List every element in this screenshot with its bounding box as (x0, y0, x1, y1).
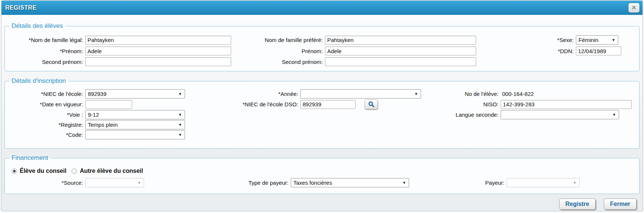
chevron-down-icon: ▼ (178, 113, 182, 117)
registre-button[interactable]: Registre (559, 199, 596, 210)
second-language-label: Langue seconde: (425, 112, 501, 118)
student-no-value: 000-164-822 (501, 91, 534, 97)
form-row: Second prénom: Second prénom: (5, 57, 639, 66)
student-no-label: No de l'élève: (425, 91, 501, 97)
legal-middle-name-input[interactable] (85, 57, 231, 66)
chevron-down-icon: ▼ (178, 92, 182, 96)
form-row: *Prénom: Prénom: *DDN: (5, 46, 639, 55)
second-language-select[interactable]: ▼ (501, 110, 619, 119)
dob-label: *DDN: (476, 48, 576, 54)
source-label: *Source: (5, 180, 85, 186)
register-select-value: Temps plein (88, 122, 118, 128)
school-niec-label: *NIEC de l'école: (5, 91, 85, 97)
legal-first-name-input[interactable] (85, 46, 231, 55)
form-row: *Code: ▼ (5, 130, 639, 139)
preferred-last-name-label: Nom de famille préféré: (231, 37, 325, 43)
form-row: *Date en vigueur: *NIEC de l'école DSO: … (5, 99, 639, 109)
effective-date-input[interactable] (85, 100, 132, 109)
dso-school-search-button[interactable] (364, 99, 378, 109)
form-row: *Registre: Temps plein ▼ (5, 120, 639, 129)
radio-board-student-label: Élève du conseil (20, 168, 66, 174)
section-student-details: Détails des élèves *Nom de famille légal… (4, 22, 640, 71)
preferred-middle-name-input[interactable] (325, 57, 476, 66)
legal-middle-name-label: Second prénom: (5, 59, 85, 65)
form-row: *Voie : 9-12 ▼ Langue seconde: ▼ (5, 110, 639, 119)
chevron-down-icon: ▼ (573, 181, 577, 185)
track-select[interactable]: 9-12 ▼ (85, 110, 185, 119)
payer-label: Payeur: (411, 180, 507, 186)
register-select[interactable]: Temps plein ▼ (85, 120, 185, 129)
track-label: *Voie : (5, 112, 85, 118)
sex-select[interactable]: Féminin ▼ (576, 35, 618, 45)
school-niec-select-value: 892939 (88, 91, 106, 97)
form-row: *Source: ▼ Type de payeur: Taxes foncièr… (5, 178, 639, 187)
chevron-down-icon: ▼ (402, 181, 406, 185)
funding-radio-group: Élève du conseil Autre élève du conseil (5, 168, 639, 174)
code-label: *Code: (5, 132, 85, 138)
footer: Registre Fermer (1, 194, 643, 212)
niso-label: NISO: (425, 101, 501, 107)
chevron-down-icon: ▼ (414, 92, 418, 96)
radio-other-board-student[interactable]: Autre élève du conseil (71, 168, 143, 174)
window-title: REGISTRE (5, 4, 36, 11)
legal-last-name-input[interactable] (85, 36, 231, 45)
dso-school-niec-input[interactable] (300, 100, 356, 109)
radio-board-student[interactable]: Élève du conseil (12, 168, 66, 174)
payer-type-select-value: Taxes foncières (293, 180, 332, 186)
form-row: *NIEC de l'école: 892939 ▼ *Année: ▼ No … (5, 89, 639, 99)
niso-input[interactable] (501, 100, 632, 109)
close-icon: ✕ (631, 5, 636, 11)
legal-last-name-label: *Nom de famille légal: (5, 37, 85, 43)
source-select[interactable]: ▼ (85, 178, 144, 187)
search-icon (368, 101, 374, 107)
payer-select[interactable]: ▼ (507, 178, 580, 187)
section-enrollment-details: Détails d'inscription *NIEC de l'école: … (4, 77, 640, 149)
sex-label: *Sexe: (476, 37, 576, 43)
preferred-last-name-input[interactable] (325, 36, 476, 45)
section-title-enrollment: Détails d'inscription (9, 77, 68, 85)
section-funding: Financement Élève du conseil Autre élève… (4, 154, 640, 194)
sex-select-value: Féminin (578, 37, 598, 43)
radio-selected-icon (12, 168, 17, 174)
radio-unselected-icon (71, 168, 77, 174)
preferred-first-name-input[interactable] (325, 46, 476, 55)
dob-input[interactable] (576, 46, 621, 55)
year-label: *Année: (186, 91, 300, 97)
fermer-button[interactable]: Fermer (604, 199, 637, 210)
section-title-funding: Financement (9, 154, 50, 162)
registre-dialog: REGISTRE ✕ Détails des élèves *Nom de fa… (1, 0, 643, 212)
code-select[interactable]: ▼ (85, 130, 185, 139)
preferred-middle-name-label: Second prénom: (231, 59, 325, 65)
school-niec-select[interactable]: 892939 ▼ (85, 89, 185, 99)
dialog-content: Détails des élèves *Nom de famille légal… (1, 15, 643, 194)
track-select-value: 9-12 (88, 112, 99, 118)
close-button[interactable]: ✕ (628, 3, 640, 13)
radio-other-board-student-label: Autre élève du conseil (80, 168, 143, 174)
titlebar: REGISTRE ✕ (1, 1, 643, 15)
legal-first-name-label: *Prénom: (5, 48, 85, 54)
chevron-down-icon: ▼ (612, 38, 615, 42)
preferred-first-name-label: Prénom: (231, 48, 325, 54)
chevron-down-icon: ▼ (137, 181, 141, 185)
register-label: *Registre: (5, 122, 85, 128)
chevron-down-icon: ▼ (612, 113, 616, 117)
effective-date-label: *Date en vigueur: (5, 101, 85, 107)
section-title-student: Détails des élèves (9, 22, 65, 30)
payer-type-label: Type de payeur: (149, 180, 291, 186)
payer-type-select[interactable]: Taxes foncières ▼ (291, 178, 409, 187)
dso-school-niec-label: *NIEC de l'école DSO: (186, 101, 300, 107)
form-row: *Nom de famille légal: Nom de famille pr… (5, 35, 639, 45)
year-select[interactable]: ▼ (300, 89, 421, 99)
chevron-down-icon: ▼ (178, 123, 182, 127)
chevron-down-icon: ▼ (178, 133, 182, 137)
